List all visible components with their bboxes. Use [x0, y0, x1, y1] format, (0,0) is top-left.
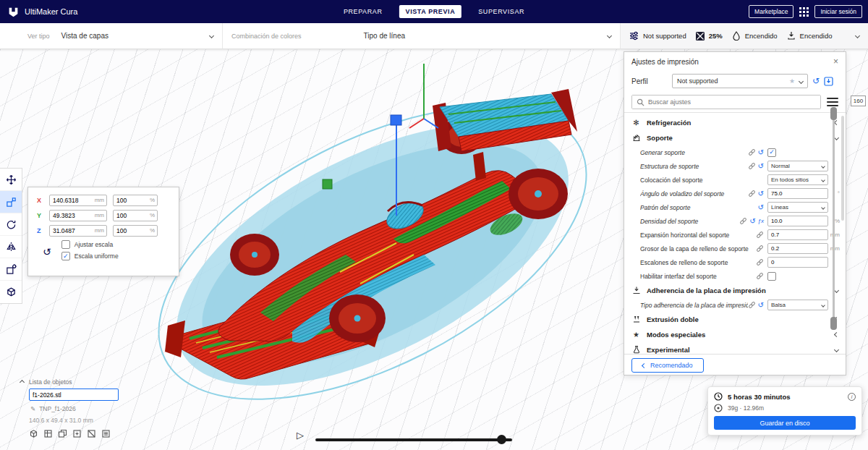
- uniform-scaling-option[interactable]: ✓ Escala uniforme: [61, 252, 119, 260]
- snap-scaling-checkbox[interactable]: [61, 240, 70, 249]
- revert-icon[interactable]: ↺: [758, 302, 764, 309]
- chevron-down-icon: [821, 164, 825, 169]
- viewport-3d[interactable]: X mm % Y mm % Z mm % ↺ Ajustar escala ✓ …: [0, 49, 868, 450]
- setting-row[interactable]: Colocación del soporte En todos sitios: [624, 173, 846, 187]
- sign-in-button[interactable]: Iniciar sesión: [814, 5, 862, 18]
- apps-grid-icon[interactable]: [799, 7, 809, 17]
- generate-support-checkbox[interactable]: ✓: [767, 148, 776, 157]
- tab-prepare[interactable]: PREPARAR: [337, 5, 389, 18]
- view-type-select[interactable]: Ver tipo Vista de capas: [0, 23, 223, 48]
- support-horizontal-expansion-input[interactable]: [767, 229, 828, 240]
- object-action-icon[interactable]: [72, 429, 82, 438]
- recommended-mode-button[interactable]: Recomendado: [631, 358, 704, 373]
- setting-row[interactable]: Tipo adherencia de la placa de impresión…: [624, 298, 846, 312]
- info-icon[interactable]: i: [848, 393, 856, 401]
- reset-profile-button[interactable]: ↺: [812, 77, 820, 85]
- move-tool-button[interactable]: [0, 169, 22, 191]
- support-pattern-select[interactable]: Líneas: [767, 202, 828, 213]
- section-special-modes[interactable]: ★ Modos especiales: [624, 327, 846, 342]
- object-action-icon[interactable]: [43, 429, 53, 438]
- section-experimental[interactable]: Experimental: [624, 342, 846, 354]
- setting-row[interactable]: Grosor de la capa de relleno de soporte …: [624, 242, 846, 255]
- adhesion-type-select[interactable]: Balsa: [767, 300, 828, 310]
- gizmo-y-handle[interactable]: [323, 179, 332, 189]
- link-icon: [739, 217, 747, 225]
- rotate-icon: [6, 219, 17, 230]
- profile-select[interactable]: Not supported ★: [672, 74, 808, 88]
- setting-row[interactable]: Escalones de relleno de soporte: [624, 255, 846, 269]
- revert-icon[interactable]: ↺: [758, 190, 764, 198]
- revert-icon[interactable]: ↺: [749, 218, 755, 225]
- print-profile-status: Not supported: [629, 31, 686, 41]
- model-dimensions: 140.6 x 49.4 x 31.0 mm: [29, 417, 93, 424]
- object-action-icon[interactable]: [101, 429, 111, 438]
- object-action-icon[interactable]: [87, 429, 96, 438]
- chevron-left-icon: [642, 362, 647, 368]
- layer-slider-track[interactable]: [833, 109, 835, 330]
- settings-search-input[interactable]: [632, 95, 820, 109]
- save-to-disk-button[interactable]: Guardar en disco: [714, 416, 856, 430]
- revert-icon[interactable]: ↺: [758, 163, 764, 170]
- support-infill-layer-thickness-input[interactable]: [767, 243, 828, 254]
- setting-row[interactable]: Expansión horizontal del soporte mm: [624, 228, 846, 242]
- view-type-value: Vista de capas: [61, 32, 109, 40]
- setting-row[interactable]: Generar soporte ↺ ✓: [624, 145, 846, 159]
- object-action-icon[interactable]: [29, 429, 38, 438]
- chevron-down-icon: [834, 288, 839, 293]
- setting-row[interactable]: Patrón del soporte ↺ Líneas: [624, 200, 846, 214]
- simulation-slider-handle[interactable]: [497, 435, 506, 444]
- setting-row[interactable]: Habilitar interfaz del soporte: [624, 269, 846, 283]
- support-overhang-angle-input[interactable]: [767, 188, 828, 199]
- revert-icon[interactable]: ↺: [758, 149, 764, 156]
- material-spool-icon: [714, 404, 723, 412]
- wheel-front-right: [329, 294, 386, 342]
- layer-slider-bottom-handle[interactable]: [830, 317, 837, 330]
- snap-scaling-option[interactable]: Ajustar escala: [61, 240, 119, 249]
- tab-monitor[interactable]: SUPERVISAR: [472, 5, 531, 18]
- object-list-toggle[interactable]: Lista de objetos: [20, 378, 72, 386]
- support-infill-steps-input[interactable]: [767, 257, 828, 268]
- gizmo-z-handle[interactable]: [391, 115, 401, 125]
- play-button[interactable]: ▷: [297, 430, 304, 440]
- printer-config-summary[interactable]: Not supported 25% Encendido Encendido: [621, 23, 868, 48]
- color-scheme-label: Combinación de colores: [231, 33, 302, 40]
- view-type-label: Ver tipo: [27, 33, 50, 40]
- object-name-input[interactable]: [29, 389, 119, 401]
- color-scheme-select[interactable]: Combinación de colores Tipo de línea: [223, 23, 621, 48]
- layer-number-box[interactable]: 160: [851, 95, 866, 106]
- close-icon[interactable]: ×: [833, 57, 838, 66]
- simulation-slider-track[interactable]: [315, 438, 512, 441]
- marketplace-button[interactable]: Marketplace: [749, 5, 793, 18]
- wheel-front-left: [230, 234, 279, 276]
- setting-row[interactable]: Estructura de soporte ↺ Normal: [624, 159, 846, 173]
- object-action-icon[interactable]: [58, 429, 67, 438]
- layer-slider-top-handle[interactable]: [830, 107, 837, 120]
- setting-row[interactable]: Densidad del soporte ↺ƒx %: [624, 214, 846, 228]
- settings-search-box[interactable]: [631, 95, 821, 109]
- reset-scale-button[interactable]: ↺: [43, 243, 51, 260]
- revert-icon[interactable]: ↺: [758, 204, 764, 211]
- support-blocker-button[interactable]: [0, 281, 22, 303]
- section-support[interactable]: Soporte: [624, 130, 846, 145]
- support-placement-select[interactable]: En todos sitios: [767, 174, 828, 185]
- link-icon: [756, 272, 764, 280]
- settings-menu-icon[interactable]: [827, 98, 838, 106]
- move-icon: [6, 174, 17, 185]
- section-dual-extrusion[interactable]: Extrusión doble: [624, 312, 846, 327]
- support-structure-select[interactable]: Normal: [767, 161, 828, 171]
- per-model-settings-button[interactable]: [0, 258, 22, 281]
- save-profile-button[interactable]: [824, 77, 833, 86]
- mirror-tool-button[interactable]: [0, 236, 22, 258]
- scale-tool-button[interactable]: [0, 191, 22, 213]
- material-status: Encendido: [732, 31, 778, 41]
- support-interface-checkbox[interactable]: [767, 272, 776, 281]
- section-adhesion[interactable]: Adherencia de la placa de impresión: [624, 283, 846, 298]
- adhesion-icon: [631, 286, 641, 296]
- uniform-scaling-checkbox[interactable]: ✓: [61, 252, 70, 260]
- setting-row[interactable]: Ángulo de voladizo del soporte ↺ °: [624, 187, 846, 200]
- rotate-tool-button[interactable]: [0, 213, 22, 236]
- support-density-input[interactable]: [767, 216, 828, 226]
- section-cooling[interactable]: ✻ Refrigeración: [624, 115, 846, 130]
- tab-preview[interactable]: VISTA PREVIA: [399, 5, 462, 18]
- settings-scrollbar[interactable]: [841, 116, 844, 221]
